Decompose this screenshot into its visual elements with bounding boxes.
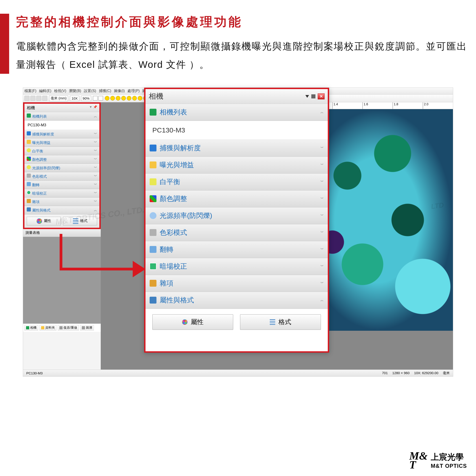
section-darkfield[interactable]: 暗場校正︾ (24, 189, 99, 198)
ruler-tick: 1.4 (332, 102, 362, 109)
menu-image[interactable]: 圖像(I) (114, 89, 125, 93)
sidebar-title: 相機 (27, 105, 35, 111)
section-capture[interactable]: 捕獲與解析度︾ (146, 140, 328, 157)
section-wb[interactable]: 白平衡︾ (146, 174, 328, 190)
chevron-down-icon: ︾ (321, 214, 324, 218)
status-calibration: 10X: 629200.00 (414, 371, 438, 375)
chevron-down-icon: ︾ (94, 140, 97, 145)
section-label: 光源頻率(防閃爍) (32, 166, 60, 170)
format-button[interactable]: 格式 (240, 314, 321, 330)
selection-icon[interactable] (99, 96, 103, 101)
section-colormode[interactable]: 色彩模式︾ (146, 224, 328, 241)
section-wb[interactable]: 白平衡︾ (24, 147, 99, 155)
section-label: 相機列表 (160, 108, 187, 117)
menu-browse[interactable]: 瀏覽(B) (69, 89, 81, 93)
panel-title: 相機 (149, 91, 163, 102)
section-flip[interactable]: 翻轉︾ (146, 241, 328, 258)
properties-button[interactable]: 屬性 (152, 314, 233, 330)
section-color[interactable]: 顏色調整︾ (24, 155, 99, 164)
menu-edit[interactable]: 編輯(E) (39, 89, 51, 93)
section-misc[interactable]: 雜項︾ (146, 275, 328, 292)
section-label: 捕獲與解析度 (32, 132, 54, 136)
section-misc[interactable]: 雜項︾ (24, 198, 99, 206)
tab-undo[interactable]: 復原/重做 (58, 325, 79, 330)
section-label: 曝光與增益 (32, 141, 51, 145)
format-button[interactable]: 格式 (63, 217, 97, 225)
list-icon (73, 218, 78, 224)
section-exposure[interactable]: 曝光與增益︾ (24, 138, 99, 147)
menu-file[interactable]: 檔案(F) (24, 89, 36, 93)
chevron-down-icon: ︾ (94, 191, 97, 195)
pointer-icon[interactable] (93, 96, 98, 101)
section-label: 顏色調整 (32, 158, 47, 161)
unit-select[interactable]: 毫米 (mm) (49, 96, 68, 101)
status-device: PC130-M3 (26, 371, 43, 375)
section-freq[interactable]: 光源頻率(防閃爍)︾ (24, 164, 99, 172)
dropdown-icon[interactable] (305, 95, 309, 98)
button-label: 屬性 (191, 318, 204, 326)
section-freq[interactable]: 光源頻率(防閃爍)︾ (146, 207, 328, 224)
menu-settings[interactable]: 設置(S) (84, 89, 96, 93)
chevron-down-icon: ︾ (321, 180, 324, 184)
save-icon[interactable] (30, 96, 35, 101)
list-icon (27, 207, 31, 211)
statusbar: PC130-M3 701 1280 × 960 10X: 629200.00 毫… (23, 370, 453, 376)
section-label: 曝光與增益 (160, 160, 194, 170)
tab-label: 資料夾 (45, 326, 55, 330)
section-colormode[interactable]: 色彩模式︾ (24, 172, 99, 181)
measure-tool-icon[interactable] (132, 96, 137, 101)
measure-tool-icon[interactable] (105, 96, 109, 101)
tab-label: 圖層 (86, 326, 92, 330)
logo-mark: M&T (409, 452, 427, 469)
app-window: 檔案(F) 編輯(E) 檢視(V) 瀏覽(B) 設置(S) 捕獲(C) 圖像(I… (23, 87, 453, 377)
tab-folder[interactable]: 資料夾 (39, 325, 56, 330)
open-icon[interactable] (24, 96, 30, 101)
aperture-icon (150, 145, 156, 152)
properties-button[interactable]: 屬性 (27, 217, 61, 225)
section-camera-list[interactable]: 相機列表 ︽ (24, 112, 99, 120)
section-capture[interactable]: 捕獲與解析度︾ (24, 130, 99, 138)
ruler-tick: 2.0 (423, 102, 453, 109)
camera-icon (27, 114, 31, 118)
list-icon (150, 297, 156, 304)
bulb-icon (150, 212, 156, 219)
section-color[interactable]: 顏色調整︾ (146, 190, 328, 207)
page-description: 電腦軟體內含完整到的操做介面，可控制顯微攝錄機曝光與進階控制案場校正與銳度調節。… (16, 37, 467, 74)
playlist-icon[interactable] (42, 96, 47, 101)
pin-icon[interactable]: ▼ 📌 (89, 105, 97, 111)
tab-camera[interactable]: 相機 (24, 325, 38, 330)
tab-layer[interactable]: 圖層 (80, 325, 94, 330)
objective-select[interactable]: 10X (70, 96, 79, 101)
device-name[interactable]: PC130-M3 (24, 120, 99, 130)
section-props[interactable]: 屬性與格式︽ (146, 292, 328, 309)
measure-tool-icon[interactable] (127, 96, 131, 101)
measure-tool-icon[interactable] (121, 96, 126, 101)
section-darkfield[interactable]: 暗場校正︾ (146, 258, 328, 275)
pin-icon[interactable] (311, 94, 315, 99)
menu-capture[interactable]: 捕獲(C) (99, 89, 111, 93)
section-label: 色彩模式 (160, 228, 187, 237)
chevron-up-icon: ︽ (94, 114, 97, 118)
hex-icon (182, 319, 187, 325)
section-label: 屬性與格式 (160, 296, 194, 305)
section-exposure[interactable]: 曝光與增益︾ (146, 157, 328, 174)
undo-icon (59, 326, 63, 329)
sidebar-header: 相機 ▼ 📌 (24, 104, 99, 112)
zoom-select[interactable]: 90% (81, 96, 91, 101)
panel-titlebar: 相機 ✕ (146, 89, 328, 104)
measure-tool-icon[interactable] (138, 96, 142, 101)
section-label: 雜項 (32, 200, 39, 204)
close-button[interactable]: ✕ (318, 93, 324, 99)
section-camera-list[interactable]: 相機列表 ︽ (146, 104, 328, 121)
chevron-down-icon: ︾ (321, 247, 324, 252)
section-flip[interactable]: 翻轉︾ (24, 181, 99, 189)
device-name[interactable]: PC130-M3 (146, 121, 328, 140)
menu-view[interactable]: 檢視(V) (54, 89, 66, 93)
menu-process[interactable]: 處理(P) (127, 89, 139, 93)
measure-tool-icon[interactable] (110, 96, 115, 101)
measure-tool-icon[interactable] (116, 96, 120, 101)
section-props[interactable]: 屬性與格式︽ (24, 206, 99, 215)
browse-icon[interactable] (36, 96, 41, 101)
section-label: 暗場校正 (160, 262, 187, 271)
checker-icon (27, 174, 31, 178)
